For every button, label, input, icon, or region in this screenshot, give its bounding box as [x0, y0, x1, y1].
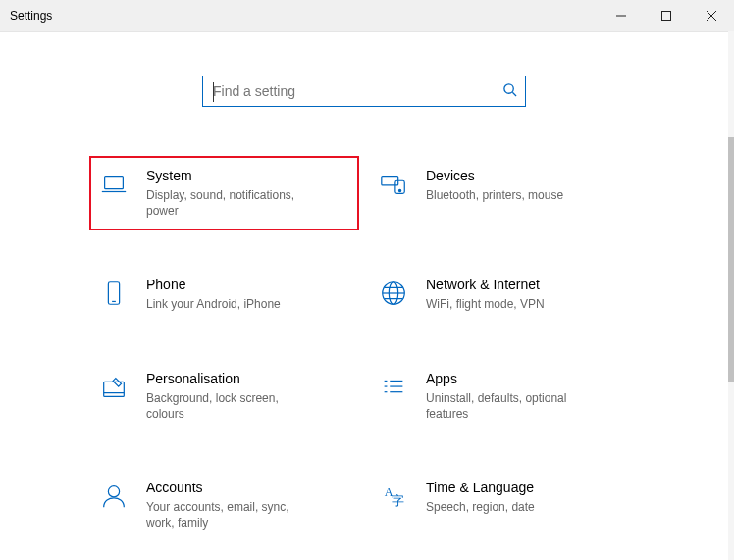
phone-icon: [97, 279, 131, 308]
close-icon: [707, 11, 716, 21]
tile-desc: Background, lock screen, colours: [146, 390, 313, 422]
tile-text: Accounts Your accounts, email, sync, wor…: [146, 480, 347, 531]
tile-text: Network & Internet WiFi, flight mode, VP…: [426, 277, 627, 312]
svg-line-5: [512, 92, 516, 96]
tile-desc: Uninstall, defaults, optional features: [426, 390, 593, 422]
settings-grid: System Display, sound, notifications, po…: [89, 156, 639, 542]
tile-system[interactable]: System Display, sound, notifications, po…: [89, 156, 359, 230]
search-box[interactable]: [202, 76, 526, 107]
svg-point-26: [108, 486, 119, 497]
globe-icon: [377, 279, 410, 308]
tile-text: Time & Language Speech, region, date: [426, 480, 627, 515]
svg-point-10: [398, 189, 400, 191]
tile-title: Devices: [426, 168, 627, 183]
scrollbar-thumb[interactable]: [728, 137, 734, 382]
tile-desc: Bluetooth, printers, mouse: [426, 187, 593, 203]
tile-title: Time & Language: [426, 480, 627, 495]
tile-desc: Your accounts, email, sync, work, family: [146, 499, 313, 531]
svg-rect-1: [662, 12, 671, 21]
maximize-icon: [661, 11, 671, 21]
tile-apps[interactable]: Apps Uninstall, defaults, optional featu…: [369, 359, 639, 433]
devices-icon: [377, 170, 410, 199]
maximize-button[interactable]: [644, 0, 689, 31]
minimize-icon: [616, 11, 626, 21]
apps-list-icon: [377, 373, 410, 402]
search-container: [0, 76, 728, 107]
settings-window: Settings: [0, 0, 734, 560]
search-icon: [502, 82, 517, 101]
content-area: System Display, sound, notifications, po…: [0, 31, 728, 560]
svg-point-4: [504, 83, 513, 92]
tile-title: Accounts: [146, 480, 347, 495]
close-button[interactable]: [689, 0, 734, 31]
tile-desc: Display, sound, notifications, power: [146, 187, 313, 219]
tile-accounts[interactable]: Accounts Your accounts, email, sync, wor…: [89, 468, 359, 542]
tile-text: Phone Link your Android, iPhone: [146, 277, 347, 312]
minimize-button[interactable]: [599, 0, 644, 31]
svg-rect-6: [105, 177, 124, 189]
laptop-icon: [97, 170, 131, 199]
tile-desc: WiFi, flight mode, VPN: [426, 296, 593, 312]
header-spacer: [0, 31, 728, 76]
titlebar: Settings: [0, 0, 734, 32]
paint-icon: [97, 373, 131, 402]
window-title: Settings: [10, 9, 52, 23]
tile-text: Apps Uninstall, defaults, optional featu…: [426, 371, 627, 422]
tile-desc: Speech, region, date: [426, 499, 593, 515]
tile-title: Phone: [146, 277, 347, 292]
tile-text: System Display, sound, notifications, po…: [146, 168, 347, 219]
person-icon: [97, 482, 131, 511]
tile-text: Personalisation Background, lock screen,…: [146, 371, 347, 422]
tile-text: Devices Bluetooth, printers, mouse: [426, 168, 627, 203]
tile-title: Network & Internet: [426, 277, 627, 292]
svg-text:字: 字: [392, 493, 404, 508]
language-icon: A字: [377, 482, 410, 511]
search-input[interactable]: [211, 76, 502, 107]
tile-title: System: [146, 168, 347, 183]
text-cursor: [213, 82, 214, 102]
tile-personalisation[interactable]: Personalisation Background, lock screen,…: [89, 359, 359, 433]
window-controls: [599, 0, 734, 31]
tile-title: Personalisation: [146, 371, 347, 386]
tile-time-language[interactable]: A字 Time & Language Speech, region, date: [369, 468, 639, 542]
tile-title: Apps: [426, 371, 627, 386]
tile-phone[interactable]: Phone Link your Android, iPhone: [89, 265, 359, 324]
tile-network[interactable]: Network & Internet WiFi, flight mode, VP…: [369, 265, 639, 324]
tile-devices[interactable]: Devices Bluetooth, printers, mouse: [369, 156, 639, 230]
tile-desc: Link your Android, iPhone: [146, 296, 313, 312]
